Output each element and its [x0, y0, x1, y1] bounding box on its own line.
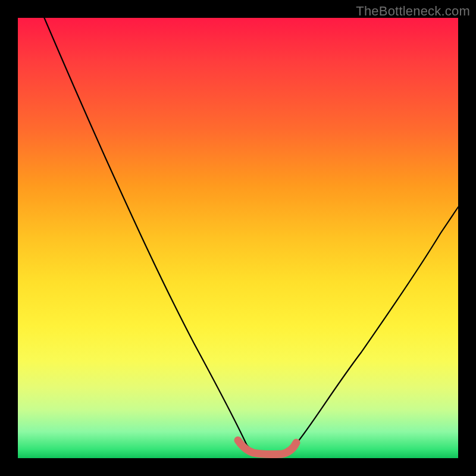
- plot-area: [18, 18, 458, 458]
- watermark-text: TheBottleneck.com: [356, 4, 470, 19]
- bottleneck-curve: [44, 18, 458, 455]
- valley-highlight: [238, 440, 296, 455]
- chart-frame: TheBottleneck.com: [0, 0, 476, 476]
- curve-layer: [18, 18, 458, 458]
